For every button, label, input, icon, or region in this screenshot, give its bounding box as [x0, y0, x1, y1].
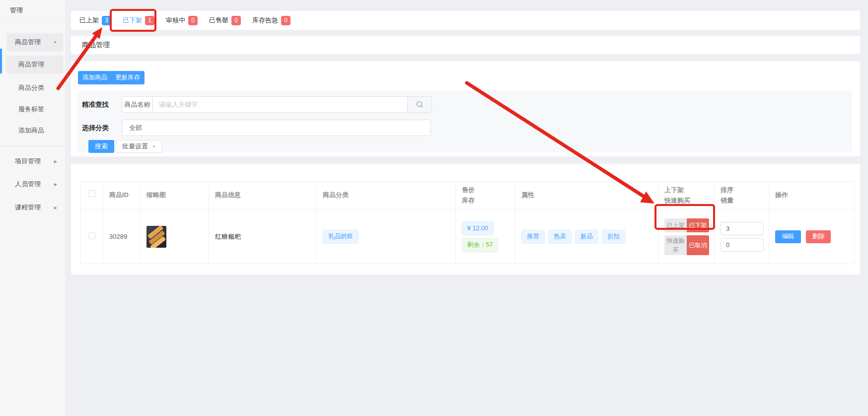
attr-tag-recommend: 推荐 — [521, 230, 545, 244]
category-tag: 乳品烘焙 — [323, 230, 359, 244]
header-actions: 操作 — [769, 182, 855, 209]
chevron-right-icon: ▶ — [54, 182, 63, 187]
cell-sort-sales — [715, 209, 769, 264]
edit-button[interactable]: 编辑 — [775, 230, 801, 243]
filter-card: 添加商品 更新库存 精准查找 商品名称 选择分类 全部 搜索 批量设置 ▼ — [71, 61, 860, 156]
cell-product-id: 30289 — [103, 209, 141, 264]
header-category: 商品分类 — [317, 182, 456, 209]
sidebar-group-goods[interactable]: 商品管理 ▼ — [6, 33, 63, 51]
header-stock: 库存 — [462, 196, 515, 206]
tab-label: 已上架 — [79, 16, 99, 25]
category-select[interactable]: 全部 — [122, 120, 431, 136]
sidebar-group-staff[interactable]: 人员管理 ▶ — [6, 175, 63, 193]
header-sort: 排序 — [721, 185, 769, 195]
tab-label: 已下架 — [123, 16, 142, 25]
sidebar-item-label: 商品管理 — [18, 60, 44, 69]
sort-input[interactable] — [721, 222, 764, 235]
delete-button[interactable]: 删除 — [806, 230, 831, 243]
table-row: 30289 红糖糍粑 乳品烘焙 ¥ 12.00 剩余：57 推荐 — [81, 209, 855, 264]
keyword-input[interactable] — [152, 96, 408, 113]
tab-label: 已售罄 — [209, 16, 228, 25]
chevron-right-icon: ▶ — [54, 159, 63, 164]
sidebar: 管理 商品管理 ▼ 商品管理 商品分类 服务标签 添加商品 项目管理 ▶ 人员管… — [0, 0, 66, 416]
cell-actions: 编辑 删除 — [769, 209, 855, 264]
select-all-checkbox[interactable] — [88, 190, 95, 197]
table-header-row: 商品ID 缩略图 商品信息 商品分类 售价 库存 属性 上下架 快速购买 排序 … — [81, 182, 855, 209]
filter-panel: 精准查找 商品名称 选择分类 全部 搜索 批量设置 ▼ — [77, 90, 852, 152]
attr-tag-new: 新品 — [575, 230, 598, 244]
header-attributes: 属性 — [515, 182, 658, 209]
off-shelf-button[interactable]: 已下架 — [687, 218, 709, 232]
count-badge: 1 — [145, 16, 154, 25]
sidebar-item-label: 商品分类 — [18, 83, 44, 92]
attr-tag-hot: 热卖 — [548, 230, 572, 244]
sales-input[interactable] — [721, 238, 764, 252]
sidebar-item-label: 添加商品 — [18, 126, 44, 135]
product-table: 商品ID 缩略图 商品信息 商品分类 售价 库存 属性 上下架 快速购买 排序 … — [80, 181, 855, 264]
quickbuy-cancelled-button[interactable]: 已取消 — [687, 235, 709, 255]
page-title: 商品管理 — [82, 41, 110, 50]
header-thumbnail: 缩略图 — [141, 182, 209, 209]
sidebar-item-add-goods[interactable]: 添加商品 — [6, 122, 63, 139]
sidebar-item-service-tags[interactable]: 服务标签 — [6, 100, 63, 118]
header-price: 售价 — [462, 185, 515, 195]
cell-price-stock: ¥ 12.00 剩余：57 — [456, 209, 515, 264]
tab-label: 库存告急 — [252, 16, 278, 25]
sidebar-item-label: 服务标签 — [18, 105, 44, 114]
cell-thumbnail — [141, 209, 209, 264]
sidebar-group-courses[interactable]: 课程管理 ▶ — [6, 199, 63, 216]
chevron-right-icon: ▶ — [54, 206, 63, 210]
header-price-stock: 售价 库存 — [456, 182, 515, 209]
update-stock-button[interactable]: 更新库存 — [111, 71, 145, 84]
count-badge: 0 — [281, 16, 290, 25]
field-select[interactable]: 商品名称 — [122, 96, 153, 113]
page-title-bar: 商品管理 — [71, 36, 860, 54]
count-badge: 0 — [231, 16, 241, 25]
search-button[interactable]: 搜索 — [88, 140, 114, 153]
batch-settings-button[interactable]: 批量设置 ▼ — [116, 140, 162, 153]
tab-label: 审核中 — [166, 16, 185, 25]
keyword-input-group: 商品名称 — [122, 96, 432, 113]
cell-attributes: 推荐 热卖 新品 折扣 — [515, 209, 658, 264]
sidebar-group-label: 商品管理 — [15, 38, 41, 47]
tab-off-shelf[interactable]: 已下架 1 — [123, 16, 154, 25]
category-label: 选择分类 — [82, 120, 122, 136]
sidebar-group-label: 课程管理 — [15, 203, 41, 212]
shelf-toggle-group: 已上架 已下架 — [664, 218, 709, 232]
find-label: 精准查找 — [82, 96, 122, 113]
tab-in-review[interactable]: 审核中 0 — [166, 16, 198, 25]
header-product-info: 商品信息 — [209, 182, 317, 209]
add-product-button[interactable]: 添加商品 — [78, 71, 112, 84]
tab-low-stock[interactable]: 库存告急 0 — [252, 16, 290, 25]
attr-tag-discount: 折扣 — [602, 230, 625, 244]
count-badge: 0 — [188, 16, 198, 25]
stock-chip: 剩余：57 — [462, 238, 498, 252]
header-sales: 销量 — [721, 196, 769, 206]
tab-sold-out[interactable]: 已售罄 0 — [209, 16, 241, 25]
tab-on-shelf[interactable]: 已上架 3 — [79, 16, 111, 25]
row-checkbox[interactable] — [88, 232, 95, 239]
sidebar-divider — [0, 146, 66, 146]
sidebar-item-goods-manage[interactable]: 商品管理 — [6, 56, 63, 73]
header-quickbuy: 快速购买 — [664, 196, 714, 206]
cell-shelf-quickbuy: 已上架 已下架 快速购买 已取消 — [658, 209, 715, 264]
status-tabs-bar: 已上架 3 已下架 1 审核中 0 已售罄 0 库存告急 0 — [71, 11, 860, 30]
product-table-card: 商品ID 缩略图 商品信息 商品分类 售价 库存 属性 上下架 快速购买 排序 … — [71, 164, 860, 275]
search-icon-button[interactable] — [407, 96, 432, 113]
sidebar-item-goods-category[interactable]: 商品分类 — [6, 79, 63, 97]
on-shelf-button[interactable]: 已上架 — [664, 218, 687, 232]
chevron-down-icon: ▼ — [152, 144, 156, 149]
product-name: 红糖糍粑 — [215, 233, 241, 240]
active-item-indicator — [0, 49, 2, 73]
quickbuy-button[interactable]: 快速购买 — [664, 235, 687, 255]
sidebar-group-label: 项目管理 — [15, 157, 41, 166]
header-shelf-quickbuy: 上下架 快速购买 — [658, 182, 715, 209]
cell-category: 乳品烘焙 — [317, 209, 456, 264]
product-thumbnail-image — [146, 226, 166, 248]
quickbuy-toggle-group: 快速购买 已取消 — [664, 235, 709, 255]
search-icon — [416, 100, 424, 109]
chevron-down-icon: ▼ — [53, 40, 63, 45]
batch-settings-label: 批量设置 — [122, 142, 148, 151]
header-shelf: 上下架 — [664, 185, 714, 195]
sidebar-group-projects[interactable]: 项目管理 ▶ — [6, 152, 63, 170]
